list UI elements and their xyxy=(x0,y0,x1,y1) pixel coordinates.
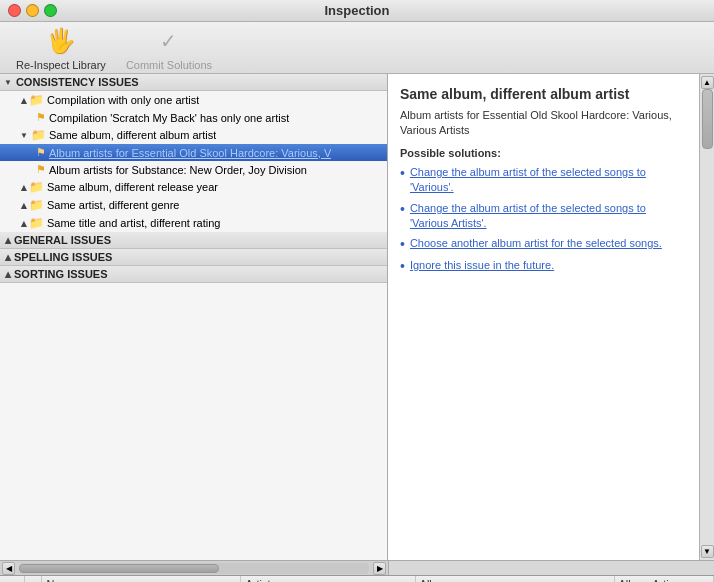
commit-button[interactable]: ✓ Commit Solutions xyxy=(126,25,212,71)
same-album-diff-release-triangle: ▶ xyxy=(19,184,28,190)
solution-1-text[interactable]: Change the album artist of the selected … xyxy=(410,165,687,196)
scroll-track[interactable] xyxy=(701,89,714,545)
solution-2-text[interactable]: Change the album artist of the selected … xyxy=(410,201,687,232)
eshc-warning-icon: ⚑ xyxy=(36,146,46,159)
window-title: Inspection xyxy=(324,3,389,18)
compilation-folder-icon: 📁 xyxy=(29,93,44,107)
solution-4[interactable]: • Ignore this issue in the future. xyxy=(400,258,687,275)
right-scrollbar[interactable]: ▲ ▼ xyxy=(699,74,714,560)
same-title-diff-rating-triangle: ▶ xyxy=(19,220,28,226)
reinspect-label: Re-Inspect Library xyxy=(16,59,106,71)
traffic-lights xyxy=(8,4,57,17)
table-header-row: Name Artist Album Album Artis xyxy=(0,576,714,582)
substance-warning-icon: ⚑ xyxy=(36,163,46,176)
col-header-album[interactable]: Album xyxy=(415,576,614,582)
substance-label: Album artists for Substance: New Order, … xyxy=(49,164,307,176)
solutions-label: Possible solutions: xyxy=(400,147,687,159)
same-artist-diff-genre-folder-icon: 📁 xyxy=(29,198,44,212)
h-scroll-left-button[interactable]: ◀ xyxy=(2,562,15,575)
table-wrap: Name Artist Album Album Artis 1Spinning … xyxy=(0,576,714,582)
same-album-diff-artist-folder-icon: 📁 xyxy=(31,128,46,142)
h-scroll-right-area xyxy=(388,561,714,576)
commit-label: Commit Solutions xyxy=(126,59,212,71)
issues-panel[interactable]: ▼ CONSISTENCY ISSUES ▶ 📁 Compilation wit… xyxy=(0,74,388,560)
spelling-section-header[interactable]: ▶ SPELLING ISSUES xyxy=(0,249,387,266)
same-album-diff-artist-label: Same album, different album artist xyxy=(49,129,216,141)
compilation-sub-warning-icon: ⚑ xyxy=(36,111,46,124)
table-container: Name Artist Album Album Artis 1Spinning … xyxy=(0,575,714,582)
same-album-diff-release-folder-icon: 📁 xyxy=(29,180,44,194)
col-header-albumartist[interactable]: Album Artis xyxy=(614,576,713,582)
solution-4-text[interactable]: Ignore this issue in the future. xyxy=(410,258,554,273)
compilation-sub-label: Compilation 'Scratch My Back' has only o… xyxy=(49,112,289,124)
sorting-triangle: ▶ xyxy=(3,271,12,277)
maximize-button[interactable] xyxy=(44,4,57,17)
compilation-item[interactable]: ▶ 📁 Compilation with only one artist xyxy=(0,91,387,109)
solution-3-text[interactable]: Choose another album artist for the sele… xyxy=(410,236,662,251)
general-triangle: ▶ xyxy=(3,237,12,243)
titlebar: Inspection xyxy=(0,0,714,22)
col-header-name[interactable]: Name xyxy=(42,576,241,582)
compilation-label: Compilation with only one artist xyxy=(47,94,199,106)
spelling-label: SPELLING ISSUES xyxy=(14,251,112,263)
scroll-thumb[interactable] xyxy=(702,89,713,149)
compilation-sub-item[interactable]: ⚑ Compilation 'Scratch My Back' has only… xyxy=(0,109,387,126)
minimize-button[interactable] xyxy=(26,4,39,17)
sorting-section-header[interactable]: ▶ SORTING ISSUES xyxy=(0,266,387,283)
details-title: Same album, different album artist xyxy=(400,86,687,102)
eshc-label: Album artists for Essential Old Skool Ha… xyxy=(49,147,331,159)
sorting-label: SORTING ISSUES xyxy=(14,268,108,280)
scroll-down-button[interactable]: ▼ xyxy=(701,545,714,558)
same-artist-diff-genre-label: Same artist, different genre xyxy=(47,199,179,211)
bullet-4: • xyxy=(400,258,405,275)
songs-table: Name Artist Album Album Artis 1Spinning … xyxy=(0,576,714,582)
same-album-diff-release-label: Same album, different release year xyxy=(47,181,218,193)
h-scroll-left: ◀ ▶ xyxy=(0,562,388,575)
general-section-header[interactable]: ▶ GENERAL ISSUES xyxy=(0,232,387,249)
eshc-various-item[interactable]: ⚑ Album artists for Essential Old Skool … xyxy=(0,144,387,161)
consistency-triangle: ▼ xyxy=(4,78,12,87)
consistency-section-header[interactable]: ▼ CONSISTENCY ISSUES xyxy=(0,74,387,91)
h-scroll-row: ◀ ▶ xyxy=(0,560,714,575)
close-button[interactable] xyxy=(8,4,21,17)
col-header-num xyxy=(0,576,24,582)
same-album-diff-release-item[interactable]: ▶ 📁 Same album, different release year xyxy=(0,178,387,196)
same-title-diff-rating-item[interactable]: ▶ 📁 Same title and artist, different rat… xyxy=(0,214,387,232)
same-title-diff-rating-folder-icon: 📁 xyxy=(29,216,44,230)
same-artist-diff-genre-item[interactable]: ▶ 📁 Same artist, different genre xyxy=(0,196,387,214)
general-label: GENERAL ISSUES xyxy=(14,234,111,246)
same-album-diff-artist-triangle: ▼ xyxy=(20,131,28,140)
details-panel: Same album, different album artist Album… xyxy=(388,74,699,560)
reinspect-icon: 🖐️ xyxy=(45,25,77,57)
h-scroll-thumb[interactable] xyxy=(19,564,219,573)
main-content: ▼ CONSISTENCY ISSUES ▶ 📁 Compilation wit… xyxy=(0,74,714,560)
toolbar: 🖐️ Re-Inspect Library ✓ Commit Solutions xyxy=(0,22,714,74)
solution-2[interactable]: • Change the album artist of the selecte… xyxy=(400,201,687,232)
details-description: Album artists for Essential Old Skool Ha… xyxy=(400,108,687,139)
h-scroll-track[interactable] xyxy=(19,563,369,574)
compilation-triangle: ▶ xyxy=(19,97,28,103)
same-album-diff-artist-item[interactable]: ▼ 📁 Same album, different album artist xyxy=(0,126,387,144)
commit-icon: ✓ xyxy=(153,25,185,57)
reinspect-button[interactable]: 🖐️ Re-Inspect Library xyxy=(16,25,106,71)
scroll-up-button[interactable]: ▲ xyxy=(701,76,714,89)
solution-3[interactable]: • Choose another album artist for the se… xyxy=(400,236,687,253)
bullet-3: • xyxy=(400,236,405,253)
bullet-1: • xyxy=(400,165,405,182)
same-title-diff-rating-label: Same title and artist, different rating xyxy=(47,217,220,229)
solution-1[interactable]: • Change the album artist of the selecte… xyxy=(400,165,687,196)
consistency-label: CONSISTENCY ISSUES xyxy=(16,76,139,88)
bullet-2: • xyxy=(400,201,405,218)
solutions-list: • Change the album artist of the selecte… xyxy=(400,165,687,275)
h-scroll-right-button[interactable]: ▶ xyxy=(373,562,386,575)
col-header-artist[interactable]: Artist xyxy=(241,576,415,582)
col-header-lock xyxy=(24,576,42,582)
spelling-triangle: ▶ xyxy=(3,254,12,260)
substance-item[interactable]: ⚑ Album artists for Substance: New Order… xyxy=(0,161,387,178)
same-artist-diff-genre-triangle: ▶ xyxy=(19,202,28,208)
